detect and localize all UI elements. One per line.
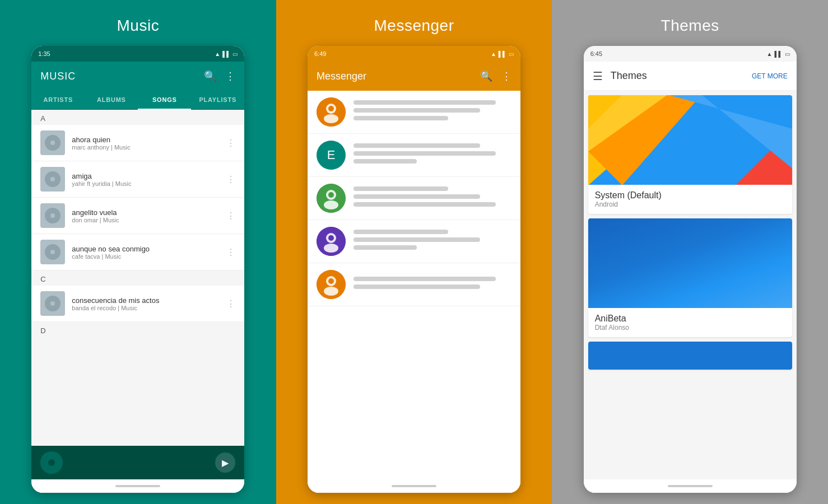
themes-toolbar: ☰ Themes GET MORE bbox=[584, 62, 797, 91]
theme-name-anibeta: AniBeta bbox=[595, 314, 785, 324]
svg-point-15 bbox=[328, 278, 334, 284]
section-c: C bbox=[31, 270, 244, 286]
themes-panel-title: Themes bbox=[661, 17, 719, 35]
music-status-bar: 1:35 ▲ ▌▌ ▭ bbox=[31, 46, 244, 62]
tab-playlists[interactable]: PLAYLISTS bbox=[191, 91, 244, 109]
tab-artists[interactable]: ARTISTS bbox=[31, 91, 85, 109]
wifi-icon-msg: ▲ bbox=[491, 51, 496, 57]
music-phone: 1:35 ▲ ▌▌ ▭ MUSIC 🔍 ⋮ ARTISTS ALBUMS SON… bbox=[31, 46, 244, 493]
theme-card-default[interactable]: System (Default) Android bbox=[588, 95, 792, 214]
msg-item-4[interactable] bbox=[308, 220, 520, 263]
theme-author-anibeta: Dtaf Alonso bbox=[595, 324, 785, 332]
messenger-wrapper: E bbox=[308, 91, 520, 479]
signal-icon: ▌▌ bbox=[222, 51, 230, 57]
msg-item-3[interactable] bbox=[308, 177, 520, 220]
theme-info-default: System (Default) Android bbox=[588, 185, 792, 214]
more-btn-4[interactable]: ⋮ bbox=[226, 247, 235, 258]
music-status-time: 1:35 bbox=[38, 50, 50, 57]
more-btn-1[interactable]: ⋮ bbox=[226, 138, 235, 148]
signal-icon-msg: ▌▌ bbox=[499, 51, 506, 57]
msg-item-2[interactable]: E bbox=[308, 134, 520, 177]
song-name-1: ahora quien bbox=[72, 136, 220, 144]
music-item-4[interactable]: aunque no sea conmigo cafe tacva | Music… bbox=[31, 234, 244, 270]
battery-icon: ▭ bbox=[232, 51, 238, 57]
msg-lines-3 bbox=[353, 186, 511, 210]
msg-lines-4 bbox=[353, 230, 511, 253]
svg-point-10 bbox=[324, 244, 338, 253]
music-player[interactable]: ▶ bbox=[31, 446, 244, 479]
messenger-status-time: 6:49 bbox=[314, 50, 326, 57]
messenger-search-icon[interactable]: 🔍 bbox=[480, 70, 492, 82]
line3 bbox=[353, 116, 448, 120]
themes-status-bar: 6:45 ▲ ▌▌ ▭ bbox=[584, 46, 797, 62]
messenger-panel-title: Messenger bbox=[374, 17, 454, 35]
music-item-3[interactable]: angelito vuela don omar | Music ⋮ bbox=[31, 198, 244, 234]
themes-phone: 6:45 ▲ ▌▌ ▭ ☰ Themes GET MORE bbox=[584, 46, 797, 493]
get-more-button[interactable]: GET MORE bbox=[752, 72, 788, 80]
msg-item-5[interactable] bbox=[308, 263, 520, 306]
thumb-1 bbox=[40, 130, 65, 155]
avatar-5 bbox=[317, 270, 346, 299]
line1 bbox=[353, 100, 496, 105]
section-d: D bbox=[31, 322, 244, 337]
section-a: A bbox=[31, 110, 244, 125]
messenger-phone: 6:49 ▲ ▌▌ ▭ Messenger 🔍 ⋮ bbox=[308, 46, 520, 493]
player-thumb bbox=[40, 451, 63, 474]
home-btn-music[interactable] bbox=[31, 479, 244, 493]
thumb-4 bbox=[40, 240, 65, 264]
play-button[interactable]: ▶ bbox=[215, 452, 235, 473]
home-btn-messenger[interactable] bbox=[308, 479, 520, 493]
music-more-icon[interactable]: ⋮ bbox=[225, 70, 235, 82]
msg-lines-5 bbox=[353, 277, 511, 292]
tab-songs[interactable]: SONGS bbox=[138, 91, 191, 109]
themes-content: System (Default) Android AniBeta Dtaf Al… bbox=[584, 91, 797, 479]
music-item-1[interactable]: ahora quien marc anthony | Music ⋮ bbox=[31, 125, 244, 161]
avatar-1 bbox=[317, 97, 346, 127]
theme-preview-default bbox=[588, 95, 792, 185]
messenger-status-icons: ▲ ▌▌ ▭ bbox=[491, 51, 514, 57]
themes-toolbar-left: ☰ Themes bbox=[593, 69, 647, 83]
song-meta-4: cafe tacva | Music bbox=[72, 253, 220, 260]
thumb-2 bbox=[40, 167, 65, 192]
messenger-more-icon[interactable]: ⋮ bbox=[501, 70, 511, 82]
music-app-title: MUSIC bbox=[40, 71, 76, 82]
wifi-icon: ▲ bbox=[215, 51, 220, 57]
themes-panel: Themes 6:45 ▲ ▌▌ ▭ ☰ Themes GET MORE bbox=[552, 0, 828, 504]
music-item-2[interactable]: amiga yahir ft yuridia | Music ⋮ bbox=[31, 161, 244, 198]
line2 bbox=[353, 108, 480, 113]
svg-point-7 bbox=[328, 192, 334, 198]
msg-item-1[interactable] bbox=[308, 91, 520, 134]
home-indicator bbox=[115, 485, 160, 487]
theme-preview-anibeta bbox=[588, 218, 792, 308]
avatar-3 bbox=[317, 184, 346, 213]
music-item-5[interactable]: consecuencia de mis actos banda el recod… bbox=[31, 286, 244, 322]
msg-lines-1 bbox=[353, 100, 511, 124]
more-btn-5[interactable]: ⋮ bbox=[226, 298, 235, 309]
home-btn-themes[interactable] bbox=[584, 479, 797, 493]
music-panel: Music 1:35 ▲ ▌▌ ▭ MUSIC 🔍 ⋮ ARTISTS ALBU… bbox=[0, 0, 276, 504]
more-btn-2[interactable]: ⋮ bbox=[226, 174, 235, 185]
song-name-2: amiga bbox=[72, 172, 220, 180]
theme-info-anibeta: AniBeta Dtaf Alonso bbox=[588, 308, 792, 337]
messenger-app-title: Messenger bbox=[317, 71, 366, 82]
svg-point-14 bbox=[324, 287, 338, 296]
messenger-toolbar-icons: 🔍 ⋮ bbox=[480, 70, 511, 82]
themes-status-icons: ▲ ▌▌ ▭ bbox=[767, 51, 790, 57]
tab-albums[interactable]: ALBUMS bbox=[85, 91, 138, 109]
themes-app-title: Themes bbox=[611, 70, 647, 82]
more-btn-3[interactable]: ⋮ bbox=[226, 211, 235, 221]
messenger-status-bar: 6:49 ▲ ▌▌ ▭ bbox=[308, 46, 520, 62]
music-panel-title: Music bbox=[117, 17, 160, 35]
music-search-icon[interactable]: 🔍 bbox=[204, 70, 216, 82]
theme-card-third[interactable] bbox=[588, 342, 792, 370]
music-status-icons: ▲ ▌▌ ▭ bbox=[215, 51, 238, 57]
battery-icon-msg: ▭ bbox=[509, 51, 514, 57]
messenger-toolbar: Messenger 🔍 ⋮ bbox=[308, 62, 520, 91]
theme-card-anibeta[interactable]: AniBeta Dtaf Alonso bbox=[588, 218, 792, 337]
song-meta-3: don omar | Music bbox=[72, 217, 220, 223]
music-toolbar-icons: 🔍 ⋮ bbox=[204, 70, 235, 82]
messenger-content: E bbox=[308, 91, 520, 479]
song-name-5: consecuencia de mis actos bbox=[72, 296, 220, 305]
music-tabs: ARTISTS ALBUMS SONGS PLAYLISTS bbox=[31, 91, 244, 110]
hamburger-icon[interactable]: ☰ bbox=[593, 69, 603, 83]
